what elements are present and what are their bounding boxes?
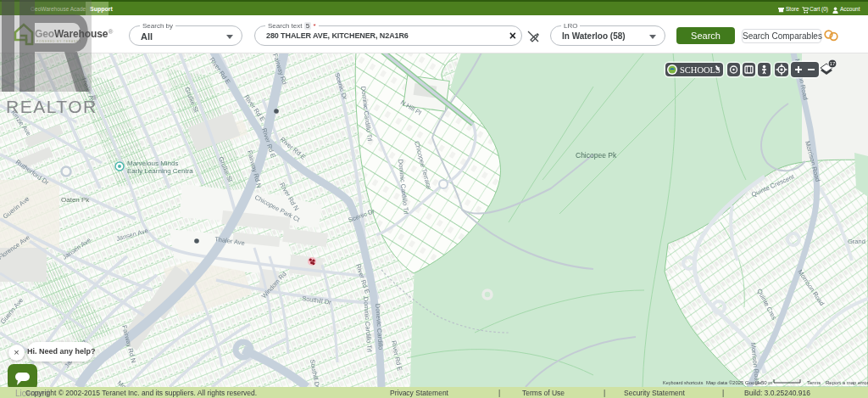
svg-text:Grand: Grand xyxy=(848,238,865,245)
svg-text:Map data ©2025 Google: Map data ©2025 Google xyxy=(706,380,762,385)
svg-text:50 m: 50 m xyxy=(761,380,772,385)
svg-text:Marvelous Minds: Marvelous Minds xyxy=(127,160,178,167)
svg-text:Report a map error: Report a map error xyxy=(826,380,868,385)
svg-text:SCHOOLS: SCHOOLS xyxy=(680,65,721,75)
svg-text:Chicopee Pk: Chicopee Pk xyxy=(576,151,617,160)
svg-text:Terms: Terms xyxy=(807,380,821,385)
svg-text:Keyboard shortcuts: Keyboard shortcuts xyxy=(663,380,704,385)
svg-text:Early Learning Centra: Early Learning Centra xyxy=(127,167,193,175)
svg-text:17: 17 xyxy=(830,61,836,66)
svg-text:Oaten Pk: Oaten Pk xyxy=(61,196,90,204)
